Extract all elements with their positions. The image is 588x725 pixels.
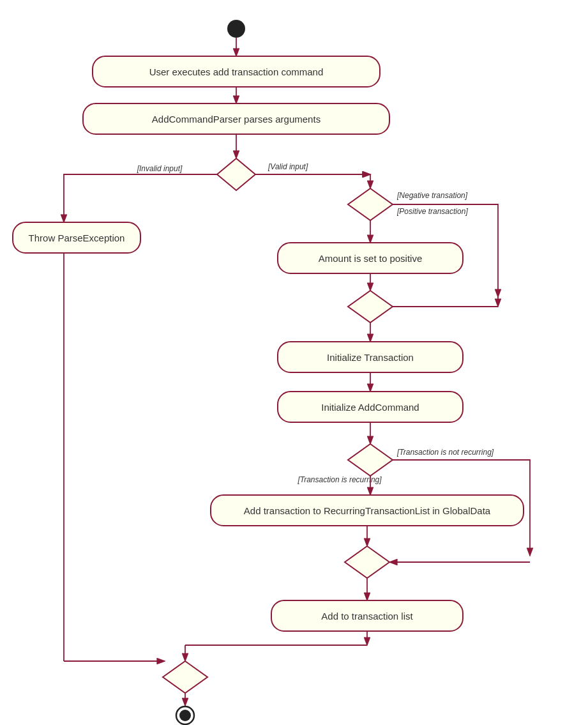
- arrow-d1-throw: [64, 174, 217, 222]
- node-init-transaction-label: Initialize Transaction: [327, 352, 414, 363]
- diamond-input-valid: [217, 158, 255, 190]
- node-parser-label: AddCommandParser parses arguments: [152, 114, 320, 125]
- node-user-executes-label: User executes add transaction command: [149, 66, 324, 77]
- guard-not-recurring: [Transaction is not recurring]: [396, 448, 494, 457]
- guard-valid: [Valid input]: [268, 162, 308, 171]
- guard-negative: [Negative transation]: [396, 191, 468, 200]
- node-amount-positive-label: Amount is set to positive: [319, 253, 423, 264]
- diamond-merge1: [348, 291, 393, 323]
- diamond-merge2: [345, 546, 389, 578]
- end-node-inner: [179, 710, 191, 721]
- guard-recurring: [Transaction is recurring]: [297, 475, 382, 484]
- diamond-final-merge: [163, 661, 207, 693]
- node-throw-label: Throw ParseException: [29, 233, 125, 243]
- guard-positive: [Positive transaction]: [396, 207, 468, 216]
- node-add-transaction-list-label: Add to transaction list: [321, 611, 413, 622]
- node-init-addcmd-label: Initialize AddCommand: [321, 402, 419, 413]
- diamond-recurring: [348, 444, 393, 476]
- guard-invalid: [Invalid input]: [137, 164, 183, 173]
- diamond-sign: [348, 188, 393, 220]
- start-node: [227, 20, 245, 38]
- node-add-recurring-label: Add transaction to RecurringTransactionL…: [244, 505, 491, 516]
